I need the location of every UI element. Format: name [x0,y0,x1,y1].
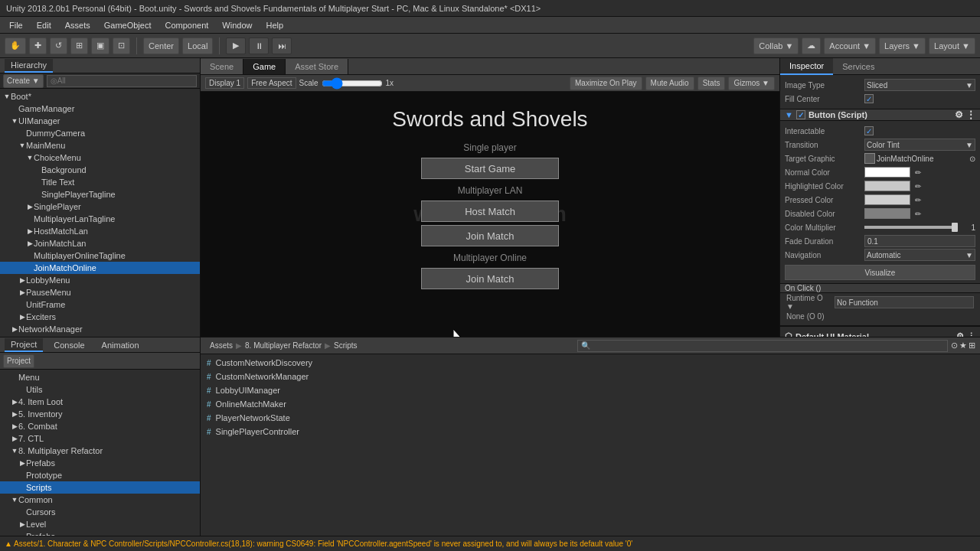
toolbar-collab-btn[interactable]: Collab ▼ [753,37,799,54]
button-settings-icon[interactable]: ⋮ [966,109,975,120]
asset-customnetworkmanager[interactable]: # CustomNetworkManager [201,370,980,383]
toolbar-move-tool[interactable]: ✚ [29,37,47,54]
pt-prefabs2[interactable]: Prefabs [0,530,200,536]
pt-scripts[interactable]: Scripts [0,481,200,494]
asset-icon-1[interactable]: ⊙ [951,341,958,350]
asset-lobbyuimanager[interactable]: # LobbyUIManager [201,383,980,397]
runtime-label[interactable]: Runtime O ▼ [786,294,832,311]
scale-slider[interactable] [322,80,383,87]
project-tab[interactable]: Project [5,338,43,352]
gizmos-btn[interactable]: Gizmos ▼ [728,77,775,90]
h-item-networkmanager[interactable]: ▶ NetworkManager [0,323,200,335]
material-menu-icon[interactable]: ⋮ [967,331,975,337]
toolbar-local-btn[interactable]: Local [182,37,213,54]
menu-component[interactable]: Component [158,19,214,31]
h-item-hostmatchlan[interactable]: ▶ HostMatchLan [0,225,200,237]
game-btn-startgame[interactable]: Start Game [421,158,559,179]
visualize-btn[interactable]: Visualize [785,265,975,280]
toolbar-transform-tool[interactable]: ⊡ [113,37,130,54]
toolbar-account-dropdown[interactable]: Account ▼ [824,37,876,54]
component-toggle[interactable]: ▼ [785,110,793,119]
runtime-dropdown[interactable]: No Function [835,296,974,308]
h-item-boot[interactable]: ▼ Boot* [0,90,200,103]
menu-edit[interactable]: Edit [31,19,57,31]
toolbar-rotate-tool[interactable]: ↺ [50,37,67,54]
pt-6combat[interactable]: ▶ 6. Combat [0,420,200,432]
hierarchy-search-input[interactable] [47,75,197,87]
normal-color-pick[interactable]: ✏ [915,168,921,177]
pt-prefabs[interactable]: ▶ Prefabs [0,457,200,469]
menu-help[interactable]: Help [260,19,289,31]
pt-prototype[interactable]: Prototype [0,469,200,481]
h-item-multiplayerlantagline[interactable]: MultiplayerLanTagline [0,213,200,225]
console-tab[interactable]: Console [47,339,90,351]
image-type-dropdown[interactable]: Sliced▼ [864,79,975,91]
toolbar-step-btn[interactable]: ⏭ [272,37,292,54]
h-item-joinmatchonline[interactable]: JoinMatchOnline [0,262,200,274]
game-btn-hostmatch[interactable]: Host Match [421,201,559,222]
h-item-gamemanager[interactable]: GameManager [0,103,200,115]
toolbar-layout-dropdown[interactable]: Layout ▼ [929,37,975,54]
pt-menu[interactable]: Menu [0,371,200,383]
h-item-choicemenu[interactable]: ▼ ChoiceMenu [0,152,200,164]
pt-level[interactable]: ▶ Level [0,518,200,530]
h-item-background[interactable]: Background [0,164,200,176]
toolbar-layers-dropdown[interactable]: Layers ▼ [879,37,926,54]
disabled-color-swatch[interactable] [864,208,910,219]
breadcrumb-assets[interactable]: Assets [210,341,233,350]
h-item-unitframe[interactable]: UnitFrame [0,298,200,311]
fade-duration-input[interactable] [864,235,975,247]
fill-center-checkbox[interactable]: ✓ [864,94,874,103]
material-settings-icon[interactable]: ⚙ [956,331,964,337]
h-item-mainmenu[interactable]: ▼ MainMenu [0,139,200,152]
tab-game[interactable]: Game [243,59,286,74]
asset-icon-3[interactable]: ⊞ [969,341,975,350]
pt-7ctl[interactable]: ▶ 7. CTL [0,432,200,445]
breadcrumb-mprefactor[interactable]: 8. Multiplayer Refactor [245,341,322,350]
toolbar-rect-tool[interactable]: ▣ [91,37,109,54]
highlighted-color-swatch[interactable] [864,181,910,191]
display-dropdown[interactable]: Display 1 [205,77,244,89]
toolbar-center-btn[interactable]: Center [143,37,179,54]
menu-assets[interactable]: Assets [59,19,96,31]
h-item-multiplayeronlinetagline[interactable]: MultiplayerOnlineTagline [0,249,200,262]
pt-cursors[interactable]: Cursors [0,506,200,518]
button-enabled-checkbox[interactable]: ✓ [796,110,805,119]
pt-5inventory[interactable]: ▶ 5. Inventory [0,408,200,420]
h-item-singleplayer[interactable]: ▶ SinglePlayer [0,201,200,213]
h-item-dummycamera[interactable]: DummyCamera [0,127,200,139]
menu-window[interactable]: Window [216,19,258,31]
hierarchy-create-btn[interactable]: Create ▼ [3,74,44,88]
transition-dropdown[interactable]: Color Tint▼ [864,139,975,151]
tab-scene[interactable]: Scene [201,59,243,74]
toolbar-hand-tool[interactable]: ✋ [5,37,26,54]
h-item-exciters[interactable]: ▶ Exciters [0,311,200,323]
menu-file[interactable]: File [3,19,29,31]
h-item-titletext[interactable]: Title Text [0,176,200,188]
highlighted-color-pick[interactable]: ✏ [915,182,921,191]
target-graphic-pick-icon[interactable]: ⊙ [969,155,975,163]
normal-color-swatch[interactable] [864,167,910,178]
breadcrumb-scripts[interactable]: Scripts [334,341,358,350]
animation-tab[interactable]: Animation [96,339,145,351]
h-item-uimanager[interactable]: ▼ UIManager [0,115,200,127]
asset-onlinematchmaker[interactable]: # OnlineMatchMaker [201,397,980,411]
inspector-tab[interactable]: Inspector [780,58,833,75]
tab-asset-store[interactable]: Asset Store [286,59,348,74]
h-item-singleplayertagline[interactable]: SinglePlayerTagline [0,188,200,201]
disabled-color-pick[interactable]: ✏ [915,210,921,218]
asset-singleplayercontroller[interactable]: # SinglePlayerController [201,425,980,439]
slider-handle[interactable] [952,223,958,232]
pressed-color-pick[interactable]: ✏ [915,196,921,204]
aspect-dropdown[interactable]: Free Aspect [247,77,296,89]
navigation-dropdown[interactable]: Automatic▼ [864,249,975,261]
services-tab[interactable]: Services [833,58,884,75]
toolbar-pause-btn[interactable]: ⏸ [249,37,269,54]
interactable-checkbox[interactable]: ✓ [864,126,874,135]
game-btn-joinmatch-online[interactable]: Join Match [421,268,559,289]
toolbar-cloud-btn[interactable]: ☁ [802,37,821,54]
pressed-color-swatch[interactable] [864,194,910,205]
maximize-on-play-btn[interactable]: Maximize On Play [570,77,642,90]
stats-btn[interactable]: Stats [697,77,726,90]
asset-customnetworkdiscovery[interactable]: # CustomNetworkDiscovery [201,356,980,370]
